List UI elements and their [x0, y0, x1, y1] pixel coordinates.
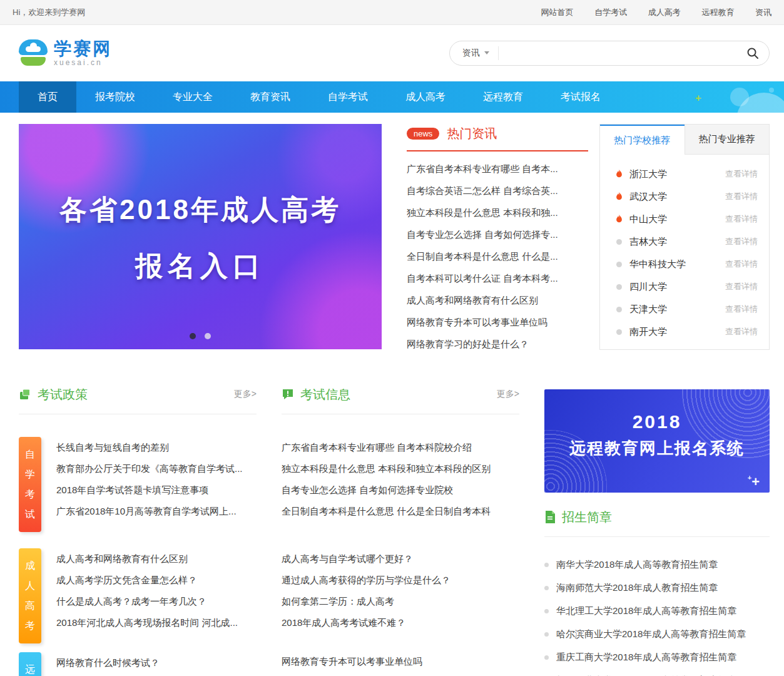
group-label-distance-edu[interactable]: 远程教育	[19, 652, 41, 676]
article-link[interactable]: 自考本科可以考什么证 自考本科考...	[407, 267, 588, 289]
article-link[interactable]: 独立本科段是什么意思 本科段和独...	[407, 202, 588, 223]
policy-group-distance-edu: 远程教育 网络教育什么时候考试？	[19, 652, 257, 676]
section-title: 考试信息	[300, 386, 350, 403]
detail-link[interactable]: 查看详情	[725, 168, 758, 180]
article-link[interactable]: 华北理工大学2018年成人高等教育招生简章	[544, 600, 770, 623]
more-link[interactable]: 更多>	[497, 389, 519, 400]
school-row: 吉林大学 查看详情	[614, 230, 758, 253]
article-link[interactable]: 2018年自学考试答题卡填写注意事项	[56, 479, 243, 501]
hot-news-header: news 热门资讯	[407, 125, 588, 151]
group-label-self-exam[interactable]: 自学考试	[19, 437, 41, 532]
article-link[interactable]: 南华大学2018年成人高等教育招生简章	[544, 553, 770, 576]
article-link[interactable]: 独立本科段是什么意思 本科段和独立本科段的区别	[282, 458, 491, 479]
article-link[interactable]: 教育部办公厅关于印发《高等教育自学考试...	[56, 458, 243, 479]
article-link[interactable]: 成人高考和网络教育有什么区别	[407, 289, 588, 311]
policy-group-self-exam: 自学考试 长线自考与短线自考的差别 教育部办公厅关于印发《高等教育自学考试...…	[19, 437, 257, 532]
school-row: 天津大学 查看详情	[614, 298, 758, 320]
article-link[interactable]: 长线自考与短线自考的差别	[56, 437, 243, 458]
toplink-distance-edu[interactable]: 远程教育	[701, 8, 734, 17]
article-link[interactable]: 成人高考和网络教育有什么区别	[56, 548, 238, 570]
logo-icon	[19, 39, 48, 68]
article-link[interactable]: 2018年河北成人高考现场报名时间 河北成...	[56, 612, 238, 633]
article-link[interactable]: 重庆工商大学2018年成人高等教育招生简章	[544, 646, 770, 669]
nav-item-colleges[interactable]: 报考院校	[76, 81, 154, 113]
recommend-panel: 热门学校推荐 热门专业推荐 浙江大学 查看详情 武汉大学 查看详情	[599, 124, 770, 350]
article-link[interactable]: 自考综合英语二怎么样 自考综合英...	[407, 180, 588, 202]
hot-news-title: 热门资讯	[447, 125, 497, 142]
article-link[interactable]: 全日制自考本科是什么意思 什么是...	[407, 245, 588, 267]
detail-link[interactable]: 查看详情	[725, 326, 758, 337]
nav-item-home[interactable]: 首页	[19, 81, 76, 113]
detail-link[interactable]: 查看详情	[725, 213, 758, 225]
article-link[interactable]: 成人高考与自学考试哪个更好？	[282, 548, 451, 570]
detail-link[interactable]: 查看详情	[725, 304, 758, 315]
article-link[interactable]: 海南师范大学2018年成人教育招生简章	[544, 576, 770, 600]
school-link[interactable]: 中山大学	[629, 213, 725, 225]
detail-link[interactable]: 查看详情	[725, 259, 758, 270]
nav-item-distance-edu[interactable]: 远程教育	[464, 81, 542, 113]
detail-link[interactable]: 查看详情	[725, 281, 758, 292]
logo-subtitle: xuesai.cn	[54, 58, 112, 67]
article-link[interactable]: 广东省2018年10月高等教育自学考试网上...	[56, 501, 243, 522]
enroll-banner[interactable]: 2018 远程教育网上报名系统 ++	[544, 389, 770, 493]
article-link[interactable]: 广东省自考本科专业有哪些 自考本...	[407, 158, 588, 180]
carousel-dot-1[interactable]	[190, 333, 196, 339]
search-input[interactable]	[499, 41, 741, 65]
school-row: 浙江大学 查看详情	[614, 163, 758, 185]
flame-icon	[614, 192, 624, 201]
toplink-site-home[interactable]: 网站首页	[541, 8, 574, 17]
article-link[interactable]: 2018年成人高考考试难不难？	[282, 612, 451, 633]
school-link[interactable]: 华中科技大学	[629, 259, 725, 270]
school-link[interactable]: 浙江大学	[629, 168, 725, 180]
article-link[interactable]: 网络教育学习的好处是什么？	[407, 333, 588, 355]
message-icon	[282, 388, 294, 401]
tab-hot-majors[interactable]: 热门专业推荐	[685, 125, 770, 155]
toplink-self-exam[interactable]: 自学考试	[594, 8, 627, 17]
school-link[interactable]: 天津大学	[629, 304, 725, 315]
search-category-dropdown[interactable]: 资讯	[450, 46, 499, 61]
article-link[interactable]: 成人高考学历文凭含金量怎么样？	[56, 570, 238, 591]
search-button[interactable]	[741, 47, 769, 59]
school-link[interactable]: 吉林大学	[629, 236, 725, 248]
nav-item-edu-news[interactable]: 教育资讯	[232, 81, 309, 113]
article-link[interactable]: 通过成人高考获得的学历与学位是什么？	[282, 570, 451, 591]
article-link[interactable]: 网络教育专升本可以考事业单位吗	[407, 311, 588, 333]
article-link[interactable]: 全日制自考本科是什么意思 什么是全日制自考本科	[282, 501, 491, 522]
school-link[interactable]: 武汉大学	[629, 191, 725, 203]
article-link[interactable]: 如何拿第二学历：成人高考	[282, 591, 451, 612]
toplink-news[interactable]: 资讯	[755, 8, 771, 17]
policy-group-adult-exam: 成人高考 成人高考和网络教育有什么区别 成人高考学历文凭含金量怎么样？ 什么是成…	[19, 548, 257, 643]
article-link[interactable]: 长春工业大学2018年成人高等学历招生简章	[544, 669, 770, 676]
carousel-dot-2[interactable]	[205, 333, 211, 339]
logo[interactable]: 学赛网 xuesai.cn	[19, 39, 112, 68]
article-link[interactable]: 网络教育专升本可以考事业单位吗	[282, 651, 422, 672]
detail-link[interactable]: 查看详情	[725, 191, 758, 202]
book-icon	[19, 388, 31, 401]
info-list: 网络教育专升本可以考事业单位吗	[282, 651, 422, 672]
hero-carousel[interactable]: 各省2018年成人高考 报名入口	[19, 124, 382, 349]
circle-decoration	[769, 88, 774, 93]
group-label-adult-exam[interactable]: 成人高考	[19, 548, 41, 643]
article-link[interactable]: 网络教育什么时候考试？	[56, 652, 160, 673]
banner-subline: 报名入口	[19, 250, 382, 282]
article-link[interactable]: 哈尔滨商业大学2018年成人高等教育招生简章	[544, 623, 770, 646]
hot-news-section: news 热门资讯 广东省自考本科专业有哪些 自考本... 自考综合英语二怎么样…	[407, 125, 588, 355]
article-link[interactable]: 什么是成人高考？成考一年考几次？	[56, 591, 238, 612]
nav-item-adult-exam[interactable]: 成人高考	[387, 81, 464, 113]
nav-item-exam-signup[interactable]: 考试报名	[542, 81, 619, 113]
nav-item-self-exam[interactable]: 自学考试	[309, 81, 387, 113]
school-row: 四川大学 查看详情	[614, 275, 758, 298]
dot-icon	[614, 329, 624, 335]
school-link[interactable]: 四川大学	[629, 281, 725, 293]
more-link[interactable]: 更多>	[234, 389, 257, 400]
nav-item-majors[interactable]: 专业大全	[154, 81, 232, 113]
toplink-adult-exam[interactable]: 成人高考	[648, 8, 681, 17]
divider	[19, 414, 257, 414]
article-link[interactable]: 自考专业怎么选择 自考如何选择专...	[407, 223, 588, 245]
article-link[interactable]: 自考专业怎么选择 自考如何选择专业院校	[282, 479, 491, 501]
tab-hot-schools[interactable]: 热门学校推荐	[600, 125, 685, 155]
school-link[interactable]: 南开大学	[629, 326, 725, 338]
detail-link[interactable]: 查看详情	[725, 236, 758, 247]
info-list: 广东省自考本科专业有哪些 自考本科院校介绍 独立本科段是什么意思 本科段和独立本…	[282, 437, 491, 522]
article-link[interactable]: 广东省自考本科专业有哪些 自考本科院校介绍	[282, 437, 491, 458]
